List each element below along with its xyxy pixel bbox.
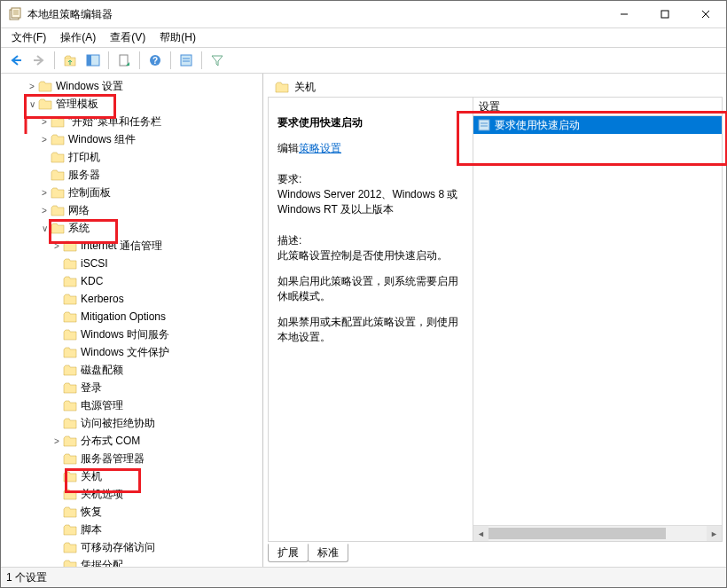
expand-icon[interactable]: >: [26, 82, 38, 91]
maximize-button[interactable]: [645, 1, 685, 27]
filter-button[interactable]: [207, 51, 227, 70]
tree-item-label: 打印机: [68, 150, 100, 165]
scroll-right-icon[interactable]: ►: [707, 526, 722, 541]
tree-item[interactable]: >Internet 通信管理: [1, 237, 262, 255]
tree-item[interactable]: >分布式 COM: [1, 432, 262, 450]
edit-policy-link[interactable]: 策略设置: [299, 142, 341, 154]
tree-item-label: 凭据分配: [81, 558, 123, 568]
expand-icon[interactable]: >: [38, 135, 51, 145]
column-header-setting[interactable]: 设置: [473, 98, 722, 116]
tree-item[interactable]: 登录: [1, 379, 262, 396]
tree-item-label: 网络: [68, 203, 90, 218]
tree-item[interactable]: >Windows 设置: [1, 77, 262, 95]
back-button[interactable]: [6, 51, 26, 70]
tree-item[interactable]: Mitigation Options: [1, 308, 262, 325]
tree-item[interactable]: 磁盘配额: [1, 361, 262, 379]
tree-item[interactable]: >网络: [1, 201, 262, 219]
list-item-label: 要求使用快速启动: [495, 118, 580, 133]
tree-pane[interactable]: >Windows 设置∨管理模板>"开始"菜单和任务栏>Windows 组件打印…: [1, 74, 263, 567]
tree-item[interactable]: 访问被拒绝协助: [1, 414, 262, 432]
expand-icon[interactable]: ∨: [38, 223, 51, 233]
tree-item[interactable]: iSCSI: [1, 255, 262, 272]
tab-extended[interactable]: 扩展: [268, 544, 309, 562]
tree-item[interactable]: 服务器: [1, 166, 262, 184]
tree-item[interactable]: ∨管理模板: [1, 95, 262, 113]
tree-item-label: Windows 时间服务: [81, 327, 169, 342]
desc-text3: 如果禁用或未配置此策略设置，则使用本地设置。: [278, 316, 458, 343]
tree-item[interactable]: 可移动存储访问: [1, 538, 262, 556]
tree-item-label: Kerberos: [81, 293, 124, 305]
edit-label: 编辑: [278, 142, 299, 154]
tree-item[interactable]: Windows 文件保护: [1, 343, 262, 361]
tree-item[interactable]: 打印机: [1, 148, 262, 166]
menubar: 文件(F) 操作(A) 查看(V) 帮助(H): [1, 28, 726, 48]
tree-item[interactable]: 服务器管理器: [1, 450, 262, 467]
req-text: Windows Server 2012、Windows 8 或 Windows …: [278, 188, 457, 216]
status-text: 1 个设置: [6, 570, 47, 585]
scroll-thumb[interactable]: [489, 528, 666, 539]
tree-item[interactable]: KDC: [1, 272, 262, 290]
req-label: 要求:: [278, 173, 301, 185]
svg-rect-15: [181, 55, 192, 66]
tree-item[interactable]: Windows 时间服务: [1, 325, 262, 343]
tree-item-label: 关机: [81, 469, 102, 484]
export-button[interactable]: [114, 51, 134, 70]
show-hide-tree-button[interactable]: [83, 51, 103, 70]
desc-text1: 此策略设置控制是否使用快速启动。: [278, 249, 448, 262]
expand-icon[interactable]: >: [51, 436, 63, 446]
horizontal-scrollbar[interactable]: ◄ ►: [473, 525, 722, 541]
tree-item[interactable]: ∨系统: [1, 219, 262, 237]
up-button[interactable]: [60, 51, 80, 70]
tab-standard[interactable]: 标准: [308, 544, 348, 562]
tree-item-label: Windows 设置: [56, 79, 123, 94]
tree-item[interactable]: 凭据分配: [1, 556, 262, 567]
list-item[interactable]: 要求使用快速启动: [473, 116, 722, 134]
settings-list[interactable]: 设置 要求使用快速启动 ◄ ►: [473, 98, 722, 541]
close-button[interactable]: [685, 1, 726, 27]
tree-item[interactable]: 恢复: [1, 503, 262, 521]
tree-item[interactable]: 关机选项: [1, 485, 262, 503]
titlebar: 本地组策略编辑器: [1, 1, 726, 28]
tree-item[interactable]: >"开始"菜单和任务栏: [1, 113, 262, 130]
tree-item[interactable]: 关机: [1, 467, 262, 485]
tree-item-label: 恢复: [81, 505, 102, 520]
svg-rect-11: [87, 55, 91, 66]
tree-item-label: Windows 组件: [68, 132, 136, 147]
menu-file[interactable]: 文件(F): [4, 28, 53, 47]
expand-icon[interactable]: >: [51, 241, 63, 251]
right-pane: 关机 要求使用快速启动 编辑策略设置 要求:Windows Server 201…: [263, 74, 726, 567]
tree-item[interactable]: 电源管理: [1, 396, 262, 414]
tree-item[interactable]: >Windows 组件: [1, 130, 262, 148]
minimize-button[interactable]: [604, 1, 645, 27]
expand-icon[interactable]: ∨: [26, 99, 38, 109]
desc-title: 要求使用快速启动: [278, 116, 363, 129]
tree-item-label: 控制面板: [68, 185, 111, 200]
tree-item-label: 可移动存储访问: [81, 540, 155, 555]
tree-item-label: Mitigation Options: [81, 310, 166, 323]
desc-label: 描述:: [278, 234, 301, 247]
menu-view[interactable]: 查看(V): [103, 28, 152, 47]
tree-item-label: 登录: [81, 380, 102, 396]
description-pane: 要求使用快速启动 编辑策略设置 要求:Windows Server 2012、W…: [269, 98, 473, 541]
forward-button[interactable]: [29, 51, 49, 70]
app-icon: [8, 7, 22, 21]
scroll-left-icon[interactable]: ◄: [473, 526, 489, 541]
menu-action[interactable]: 操作(A): [53, 28, 103, 47]
help-button[interactable]: ?: [145, 51, 165, 70]
statusbar: 1 个设置: [1, 567, 726, 587]
expand-icon[interactable]: >: [38, 188, 51, 198]
tree-item-label: 分布式 COM: [81, 434, 140, 449]
menu-help[interactable]: 帮助(H): [152, 28, 203, 47]
svg-rect-12: [120, 55, 128, 66]
tree-item[interactable]: 脚本: [1, 521, 262, 538]
tree-item-label: 服务器: [68, 168, 100, 183]
tree-item-label: iSCSI: [81, 257, 108, 270]
right-header: 关机: [268, 77, 723, 98]
tree-item[interactable]: Kerberos: [1, 290, 262, 308]
expand-icon[interactable]: >: [38, 117, 51, 127]
expand-icon[interactable]: >: [38, 206, 51, 216]
properties-button[interactable]: [176, 51, 196, 70]
tree-item-label: "开始"菜单和任务栏: [68, 114, 161, 129]
content: >Windows 设置∨管理模板>"开始"菜单和任务栏>Windows 组件打印…: [1, 74, 726, 567]
tree-item[interactable]: >控制面板: [1, 184, 262, 201]
